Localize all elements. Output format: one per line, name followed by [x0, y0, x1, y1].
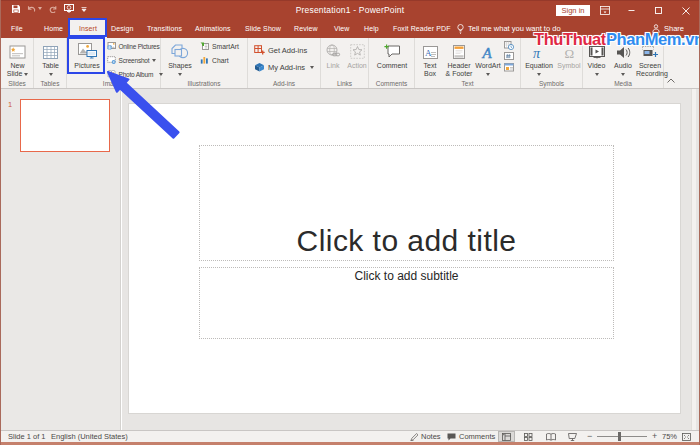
tab-slide-show[interactable]: Slide Show [245, 19, 281, 38]
slide-sorter-view-button[interactable] [520, 431, 537, 442]
slide-number-button[interactable] [504, 52, 514, 61]
my-addins-button[interactable]: My Add-ins [254, 62, 314, 72]
slide-thumbnail[interactable] [20, 99, 110, 152]
dropdown-arrow-icon [537, 73, 541, 76]
zoom-in-button[interactable]: + [652, 431, 657, 442]
svg-text:A: A [482, 45, 493, 59]
text-box-label: Text [424, 62, 437, 69]
text-box-button[interactable]: A Text Box [416, 40, 444, 78]
minimize-icon[interactable] [618, 1, 645, 20]
pictures-label: Pictures [74, 62, 99, 69]
zoom-out-button[interactable]: − [587, 431, 592, 442]
tab-foxit-reader-pdf[interactable]: Foxit Reader PDF [393, 19, 451, 38]
get-addins-button[interactable]: Get Add-ins [254, 45, 307, 55]
ribbon-group-text: A Text Box Header & Footer A WordArt Tex… [415, 38, 521, 88]
wordart-button[interactable]: A WordArt [474, 40, 502, 78]
comment-button[interactable]: Comment [369, 40, 415, 70]
title-bar: Presentation1 - PowerPoint Sign in [1, 0, 699, 19]
maximize-icon[interactable] [645, 1, 672, 20]
chart-label: Chart [212, 57, 229, 64]
wordart-label: WordArt [475, 62, 501, 69]
tab-review[interactable]: Review [294, 19, 318, 38]
close-icon[interactable] [672, 1, 699, 20]
watermark: ThuThuatPhanMem.vn [534, 30, 700, 49]
group-label-text: Text [415, 80, 520, 87]
chart-button[interactable]: Chart [200, 56, 229, 64]
reading-view-button[interactable] [542, 431, 559, 442]
photo-album-button[interactable]: Photo Album [107, 70, 163, 78]
comments-label: Comments [459, 431, 495, 442]
status-bar: Slide 1 of 1 English (United States) Not… [1, 430, 699, 442]
video-label: Video [588, 62, 606, 69]
table-label: Table [42, 62, 59, 69]
tab-animations[interactable]: Animations [195, 19, 231, 38]
zoom-slider-thumb[interactable] [618, 432, 621, 441]
group-label-slides: Slides [1, 80, 33, 87]
ribbon-display-options-icon[interactable] [591, 1, 618, 20]
slide-sorter-icon [524, 433, 533, 441]
link-button[interactable]: Link [321, 40, 345, 70]
tab-design[interactable]: Design [111, 19, 133, 38]
slide-show-view-button[interactable] [564, 431, 581, 442]
action-icon [345, 40, 369, 59]
dropdown-arrow-icon [621, 73, 625, 76]
smartart-label: SmartArt [212, 43, 239, 50]
table-button[interactable]: Table [34, 40, 67, 78]
equation-label: Equation [525, 62, 553, 69]
slide-workspace: Click to add title Click to add subtitle [122, 89, 699, 430]
tab-view[interactable]: View [334, 19, 349, 38]
header-footer-button[interactable]: Header & Footer [444, 40, 474, 78]
action-button[interactable]: Action [345, 40, 369, 70]
screenshot-button[interactable]: Screenshot [107, 56, 156, 64]
lightbulb-icon [457, 24, 464, 34]
date-time-button[interactable] [504, 41, 514, 50]
online-pictures-button[interactable]: Online Pictures [107, 42, 160, 50]
group-label-links: Links [321, 80, 368, 87]
action-label: Action [347, 62, 366, 69]
tab-help[interactable]: Help [364, 19, 379, 38]
ribbon-group-links: Link Action Links [321, 38, 369, 88]
tab-transitions[interactable]: Transitions [147, 19, 182, 38]
shapes-label: Shapes [168, 62, 192, 69]
group-label-addins: Add-ins [248, 80, 320, 87]
slide-canvas[interactable]: Click to add title Click to add subtitle [129, 104, 680, 413]
tab-insert[interactable]: Insert [69, 19, 107, 38]
ribbon-group-slides: New Slide Slides [1, 38, 34, 88]
new-slide-icon [1, 40, 34, 59]
header-footer-icon [444, 40, 474, 59]
pictures-button[interactable]: Pictures [71, 40, 103, 70]
screenshot-label: Screenshot [119, 57, 150, 64]
link-icon [321, 40, 345, 59]
table-icon [34, 40, 67, 59]
vertical-scrollbar[interactable] [691, 89, 696, 430]
new-slide-button[interactable]: New Slide [1, 40, 34, 78]
title-placeholder[interactable]: Click to add title [199, 145, 614, 261]
tab-file[interactable]: File [11, 19, 23, 38]
slide-thumbnail-panel: 1 [1, 89, 121, 430]
photo-album-label: Photo Album [119, 71, 154, 78]
slide-count-status[interactable]: Slide 1 of 1 [8, 431, 46, 442]
subtitle-placeholder-text: Click to add subtitle [354, 269, 458, 283]
online-pictures-icon [107, 42, 116, 50]
zoom-slider[interactable] [597, 436, 647, 437]
shapes-button[interactable]: Shapes [164, 40, 196, 78]
notes-button[interactable]: Notes [410, 431, 441, 442]
group-label-comments: Comments [369, 80, 414, 87]
title-placeholder-text: Click to add title [297, 224, 517, 260]
ribbon-group-comments: Comment Comments [369, 38, 415, 88]
subtitle-placeholder[interactable]: Click to add subtitle [199, 267, 614, 339]
smartart-button[interactable]: SmartArt [200, 42, 239, 50]
photo-album-icon [107, 70, 116, 78]
normal-view-button[interactable] [498, 431, 515, 442]
collapse-ribbon-icon[interactable] [667, 78, 675, 83]
symbol-label: Symbol [557, 62, 580, 69]
language-status[interactable]: English (United States) [51, 431, 128, 442]
main-area: 1 Click to add title Click to add subtit… [1, 89, 699, 430]
comments-button[interactable]: Comments [447, 431, 495, 442]
zoom-level[interactable]: 75% [662, 431, 677, 442]
sign-in-button[interactable]: Sign in [556, 5, 590, 16]
notes-icon [410, 433, 418, 441]
insert-object-button[interactable] [504, 63, 514, 72]
tab-home[interactable]: Home [44, 19, 63, 38]
ribbon-group-illustrations: Shapes SmartArt Chart Illustrations [161, 38, 248, 88]
